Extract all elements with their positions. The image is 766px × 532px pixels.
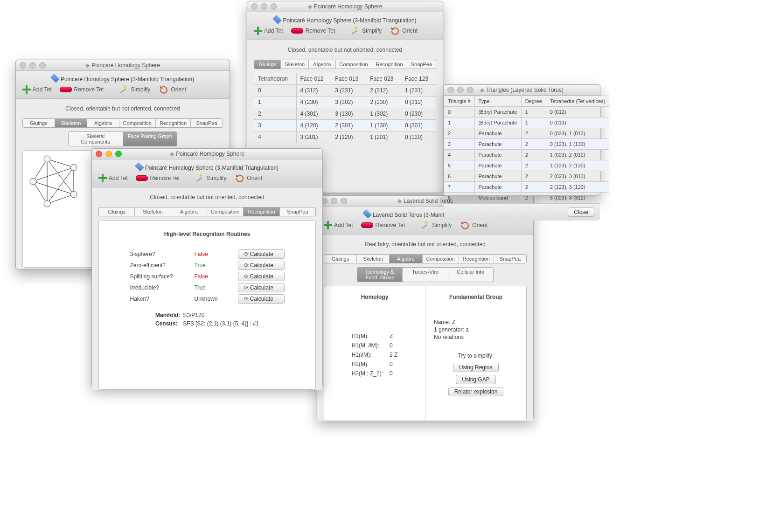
tab-gluings[interactable]: Gluings xyxy=(254,60,281,69)
zoom-icon[interactable] xyxy=(115,151,122,157)
table-row[interactable]: 7Parachute22 (123), 3 (120) xyxy=(444,182,609,193)
window-title: Poincaré Homology Sphere xyxy=(176,151,244,157)
calculate-button[interactable]: Calculate xyxy=(238,272,285,281)
calculate-button[interactable]: Calculate xyxy=(238,283,285,292)
tab-snappea[interactable]: SnapPea xyxy=(407,60,436,69)
table-row[interactable]: 14 (230)3 (302)2 (230)0 (312) xyxy=(254,97,436,108)
table-row[interactable]: 04 (312)3 (231)2 (312)1 (231) xyxy=(254,85,436,97)
titlebar[interactable]: ◆Poincaré Homology Sphere xyxy=(92,149,322,159)
tab-recognition[interactable]: Recognition xyxy=(372,60,407,69)
tab-skeleton[interactable]: Skeleton xyxy=(135,207,171,216)
orient-button[interactable]: Orient xyxy=(460,220,487,230)
gluings-table[interactable]: Tetrahedron Face 012 Face 013 Face 023 F… xyxy=(254,73,436,143)
tab-algebra[interactable]: Algebra xyxy=(87,119,119,127)
tab-recognition[interactable]: Recognition xyxy=(156,119,191,127)
zoom-icon[interactable] xyxy=(467,87,474,93)
minimize-icon[interactable] xyxy=(105,151,112,157)
recognition-label: 3-sphere? xyxy=(130,251,191,257)
subtab-skeletal-components[interactable]: Skeletal Components xyxy=(69,132,123,146)
homology-heading: Homology xyxy=(361,294,389,300)
table-row[interactable]: 8Mobius band23 (023), 3 (312) xyxy=(444,193,609,203)
orient-button[interactable]: Orient xyxy=(390,26,418,36)
close-icon[interactable] xyxy=(96,151,102,157)
homology-label: H1(M, ∂M): xyxy=(352,342,383,349)
table-row[interactable]: 6Parachute22 (023), 3 (013) xyxy=(444,171,609,182)
relator-explosion-button[interactable]: Relator explosion xyxy=(448,387,504,396)
tab-snappea[interactable]: SnapPea xyxy=(191,119,223,127)
table-row[interactable]: 34 (120)2 (301)1 (130)0 (301) xyxy=(254,120,436,131)
tab-skeleton[interactable]: Skeleton xyxy=(281,60,309,69)
col-face013: Face 013 xyxy=(331,73,366,85)
simplify-button[interactable]: Simplify xyxy=(350,26,382,36)
table-row[interactable]: 4Parachute21 (023), 2 (012) xyxy=(444,150,609,160)
titlebar[interactable]: ◆Triangles (Layered Solid Torus) xyxy=(444,85,600,96)
tab-composition[interactable]: Composition xyxy=(336,60,372,69)
simplify-button[interactable]: Simplify xyxy=(118,84,150,95)
orient-button[interactable]: Orient xyxy=(159,84,186,95)
close-icon[interactable] xyxy=(251,3,258,10)
add-tet-button[interactable]: Add Tet xyxy=(22,85,51,94)
tab-composition[interactable]: Composition xyxy=(207,207,244,216)
titlebar[interactable]: ◆Poincaré Homology Sphere xyxy=(247,1,443,12)
simplify-regina-button[interactable]: Using Regina xyxy=(453,363,499,372)
table-row[interactable]: 3Parachute20 (123), 1 (130) xyxy=(444,139,609,150)
tab-skeleton[interactable]: Skeleton xyxy=(357,255,390,263)
table-row[interactable]: 2Parachute20 (023), 1 (012) xyxy=(444,128,609,139)
orient-button[interactable]: Orient xyxy=(235,173,262,183)
calculate-button[interactable]: Calculate xyxy=(238,249,285,259)
subtab-homology[interactable]: Homology & Fund. Group xyxy=(357,268,403,282)
tab-skeleton[interactable]: Skeleton xyxy=(55,119,87,127)
status-text: Closed, orientable but not oriented, con… xyxy=(247,40,443,60)
add-tet-button[interactable]: Add Tet xyxy=(324,221,353,229)
app-icon: ◆ xyxy=(397,196,402,206)
tab-algebra[interactable]: Algebra xyxy=(171,207,207,216)
tab-algebra[interactable]: Algebra xyxy=(309,60,335,69)
tab-snappea[interactable]: SnapPea xyxy=(280,207,315,216)
table-row[interactable]: 1(Bdry) Parachute10 (013) xyxy=(444,117,609,128)
simplify-gap-button[interactable]: Using GAP xyxy=(456,375,495,384)
triangles-table[interactable]: Triangle # Type Degree Tetrahedra (Tet v… xyxy=(444,96,609,203)
minimize-icon[interactable] xyxy=(331,198,337,204)
tab-gluings[interactable]: Gluings xyxy=(23,119,55,127)
tab-snappea[interactable]: SnapPea xyxy=(494,255,526,263)
close-button[interactable]: Close xyxy=(568,207,594,217)
close-icon[interactable] xyxy=(447,87,454,93)
tab-algebra[interactable]: Algebra xyxy=(390,255,422,263)
calculate-button[interactable]: Calculate xyxy=(238,261,285,270)
close-icon[interactable] xyxy=(20,62,26,69)
minimize-icon[interactable] xyxy=(29,62,36,69)
tab-gluings[interactable]: Gluings xyxy=(99,207,135,216)
subtab-turaev[interactable]: Turaev-Viro xyxy=(403,268,448,282)
add-tet-button[interactable]: Add Tet xyxy=(254,27,283,35)
remove-tet-button[interactable]: Remove Tet xyxy=(136,175,180,181)
table-row[interactable]: 5Parachute21 (123), 2 (130) xyxy=(444,160,609,171)
titlebar[interactable]: ◆Poincaré Homology Sphere xyxy=(16,60,230,71)
zoom-icon[interactable] xyxy=(271,3,277,10)
zoom-icon[interactable] xyxy=(341,198,347,204)
table-row[interactable]: 24 (301)3 (130)1 (302)0 (230) xyxy=(254,108,436,120)
traffic-lights[interactable] xyxy=(20,62,46,69)
minimize-icon[interactable] xyxy=(261,3,267,10)
tab-composition[interactable]: Composition xyxy=(119,119,156,127)
tab-composition[interactable]: Composition xyxy=(423,255,459,263)
subtab-cellular[interactable]: Cellular Info xyxy=(448,268,493,282)
table-row[interactable]: 43 (201)2 (120)1 (201)0 (120) xyxy=(254,131,436,143)
minimize-icon[interactable] xyxy=(457,87,464,93)
calculate-button[interactable]: Calculate xyxy=(238,294,285,304)
dialog-footer: Close xyxy=(444,203,600,221)
remove-tet-button[interactable]: Remove Tet xyxy=(291,28,335,34)
subtab-face-pairing[interactable]: Face Pairing Graph xyxy=(123,132,177,146)
tab-recognition[interactable]: Recognition xyxy=(459,255,494,263)
remove-tet-button[interactable]: Remove Tet xyxy=(60,86,104,93)
remove-tet-button[interactable]: Remove Tet xyxy=(361,222,405,228)
fund-line: 1 generator: a xyxy=(434,326,518,333)
add-tet-button[interactable]: Add Tet xyxy=(98,174,127,182)
main-tabbar: Gluings Skeleton Algebra Composition Rec… xyxy=(324,254,527,263)
orient-icon xyxy=(390,26,400,36)
simplify-button[interactable]: Simplify xyxy=(195,173,226,183)
zoom-icon[interactable] xyxy=(39,62,46,69)
tab-gluings[interactable]: Gluings xyxy=(324,255,357,263)
tab-recognition[interactable]: Recognition xyxy=(244,207,279,216)
simplify-button[interactable]: Simplify xyxy=(420,220,452,230)
table-row[interactable]: 0(Bdry) Parachute10 (012) xyxy=(444,107,609,117)
